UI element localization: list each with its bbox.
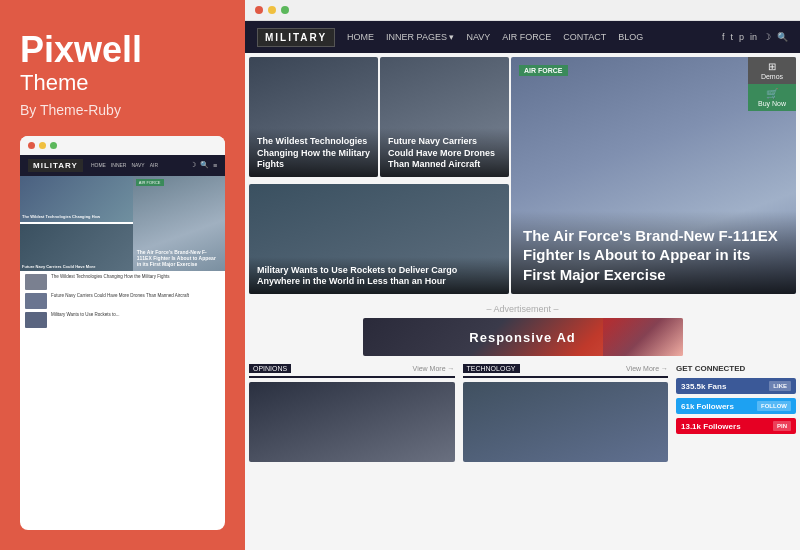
technology-badge: TECHNOLOGY <box>463 364 520 373</box>
pinterest-icon[interactable]: p <box>739 32 744 42</box>
hero-card-1-overlay: The Wildest Technologies Changing How th… <box>249 128 378 177</box>
opinions-col: OPINIONS View More → <box>249 364 455 546</box>
hero-grid: The Wildest Technologies Changing How th… <box>245 53 800 298</box>
social-pinterest-info: 13.1k Followers <box>681 422 741 431</box>
hero-card-2[interactable]: Future Navy Carriers Could Have More Dro… <box>380 57 509 177</box>
nav-inner-pages[interactable]: INNER PAGES ▾ <box>386 32 454 42</box>
ad-banner-flag <box>603 318 683 356</box>
social-facebook[interactable]: 335.5k Fans LIKE <box>676 378 796 394</box>
opinions-more[interactable]: View More → <box>413 365 455 372</box>
preview-logo: MILITARY <box>28 159 83 172</box>
preview-title-2: Future Navy Carriers Could Have More Dro… <box>51 293 189 299</box>
preview-hero-main-title: The Air Force's Brand-New F-111EX Fighte… <box>137 249 221 267</box>
demos-icon: ⊞ <box>768 61 776 72</box>
hero-card-3-overlay: Military Wants to Use Rockets to Deliver… <box>249 257 509 294</box>
twitter-count: 61k Followers <box>681 402 734 411</box>
preview-badge: AIR FORCE <box>136 179 164 186</box>
social-twitter[interactable]: 61k Followers FOLLOW <box>676 398 796 414</box>
social-pinterest[interactable]: 13.1k Followers PIN <box>676 418 796 434</box>
right-panel: MILITARY HOME INNER PAGES ▾ NAVY AIR FOR… <box>245 0 800 550</box>
preview-hero-img-top: The Wildest Technologies Changing How <box>20 176 133 223</box>
browser-dot-yellow <box>268 6 276 14</box>
preview-hero-right: AIR FORCE The Air Force's Brand-New F-11… <box>133 176 225 271</box>
social-twitter-info: 61k Followers <box>681 402 734 411</box>
technology-article-img <box>463 382 669 462</box>
ad-section: – Advertisement – Responsive Ad <box>245 298 800 360</box>
search-icon[interactable]: 🔍 <box>777 32 788 42</box>
instagram-icon[interactable]: in <box>750 32 757 42</box>
preview-article-3: Military Wants to Use Rockets to... <box>25 312 220 328</box>
demos-widget[interactable]: ⊞ Demos <box>748 57 796 84</box>
buy-now-label: Buy Now <box>758 100 786 107</box>
hero-main-title: The Air Force's Brand-New F-111EX Fighte… <box>523 226 784 285</box>
hero-card-2-title: Future Navy Carriers Could Have More Dro… <box>388 136 501 171</box>
nav-blog[interactable]: BLOG <box>618 32 643 42</box>
site-nav-links: HOME INNER PAGES ▾ NAVY AIR FORCE CONTAC… <box>347 32 710 42</box>
preview-nav-links: HOME INNER NAVY AIR <box>91 162 182 168</box>
site-logo: MILITARY <box>257 28 335 47</box>
site-nav: MILITARY HOME INNER PAGES ▾ NAVY AIR FOR… <box>245 21 800 53</box>
facebook-action[interactable]: LIKE <box>769 381 791 391</box>
social-facebook-info: 335.5k Fans <box>681 382 726 391</box>
demos-label: Demos <box>761 73 783 80</box>
social-sidebar: GET CONNECTED 335.5k Fans LIKE 61k Follo… <box>676 364 796 546</box>
twitter-action[interactable]: FOLLOW <box>757 401 791 411</box>
technology-more[interactable]: View More → <box>626 365 668 372</box>
dot-red <box>28 142 35 149</box>
opinions-header: OPINIONS View More → <box>249 364 455 378</box>
preview-overlay-text-1: The Wildest Technologies Changing How <box>22 215 131 220</box>
preview-title-3: Military Wants to Use Rockets to... <box>51 312 120 318</box>
pinterest-action[interactable]: PIN <box>773 421 791 431</box>
preview-nav: MILITARY HOME INNER NAVY AIR ☽ 🔍 ≡ <box>20 155 225 176</box>
cart-icon: 🛒 <box>766 88 778 99</box>
nav-contact[interactable]: CONTACT <box>563 32 606 42</box>
left-panel: Pixwell Theme By Theme-Ruby MILITARY HOM… <box>0 0 245 550</box>
hero-main-card[interactable]: AIR FORCE The Air Force's Brand-New F-11… <box>511 57 796 294</box>
ad-label: – Advertisement – <box>486 304 558 314</box>
opinions-article-img <box>249 382 455 462</box>
product-by: By Theme-Ruby <box>20 102 225 118</box>
browser-chrome <box>245 0 800 21</box>
preview-article-1: The Wildest Technologies Changing How th… <box>25 274 220 290</box>
opinions-badge: OPINIONS <box>249 364 291 373</box>
ad-banner-text: Responsive Ad <box>469 330 575 345</box>
preview-article-2: Future Navy Carriers Could Have More Dro… <box>25 293 220 309</box>
preview-hero-img-bottom: Future Navy Carriers Could Have More <box>20 224 133 271</box>
hero-card-2-overlay: Future Navy Carriers Could Have More Dro… <box>380 128 509 177</box>
hero-main-overlay: The Air Force's Brand-New F-111EX Fighte… <box>511 211 796 295</box>
hero-card-1-title: The Wildest Technologies Changing How th… <box>257 136 370 171</box>
facebook-count: 335.5k Fans <box>681 382 726 391</box>
nav-navy[interactable]: NAVY <box>466 32 490 42</box>
hero-card-3-title: Military Wants to Use Rockets to Deliver… <box>257 265 501 288</box>
nav-home[interactable]: HOME <box>347 32 374 42</box>
preview-hero-left: The Wildest Technologies Changing How Fu… <box>20 176 133 271</box>
preview-title-1: The Wildest Technologies Changing How th… <box>51 274 169 280</box>
site-content: MILITARY HOME INNER PAGES ▾ NAVY AIR FOR… <box>245 21 800 550</box>
ad-banner[interactable]: Responsive Ad <box>363 318 683 356</box>
product-title: Pixwell <box>20 30 225 70</box>
twitter-icon[interactable]: t <box>730 32 733 42</box>
hero-card-3[interactable]: Military Wants to Use Rockets to Deliver… <box>249 184 509 294</box>
preview-articles: The Wildest Technologies Changing How th… <box>20 271 225 334</box>
preview-thumb-1 <box>25 274 47 290</box>
technology-header: TECHNOLOGY View More → <box>463 364 669 378</box>
technology-col: TECHNOLOGY View More → <box>463 364 669 546</box>
product-subtitle: Theme <box>20 70 225 96</box>
preview-overlay-text-2: Future Navy Carriers Could Have More <box>22 264 131 269</box>
buy-now-widget[interactable]: 🛒 Buy Now <box>748 84 796 111</box>
preview-window: MILITARY HOME INNER NAVY AIR ☽ 🔍 ≡ The W… <box>20 136 225 530</box>
pinterest-count: 13.1k Followers <box>681 422 741 431</box>
nav-air-force[interactable]: AIR FORCE <box>502 32 551 42</box>
bottom-section: OPINIONS View More → TECHNOLOGY View Mor… <box>245 360 800 550</box>
preview-thumb-3 <box>25 312 47 328</box>
hero-card-1[interactable]: The Wildest Technologies Changing How th… <box>249 57 378 177</box>
browser-dot-green <box>281 6 289 14</box>
preview-hero: The Wildest Technologies Changing How Fu… <box>20 176 225 271</box>
preview-nav-icons: ☽ 🔍 ≡ <box>190 161 217 169</box>
browser-dot-red <box>255 6 263 14</box>
darkmode-icon[interactable]: ☽ <box>763 32 771 42</box>
preview-thumb-2 <box>25 293 47 309</box>
facebook-icon[interactable]: f <box>722 32 725 42</box>
hero-top-row: The Wildest Technologies Changing How th… <box>249 57 509 182</box>
social-title: GET CONNECTED <box>676 364 796 373</box>
